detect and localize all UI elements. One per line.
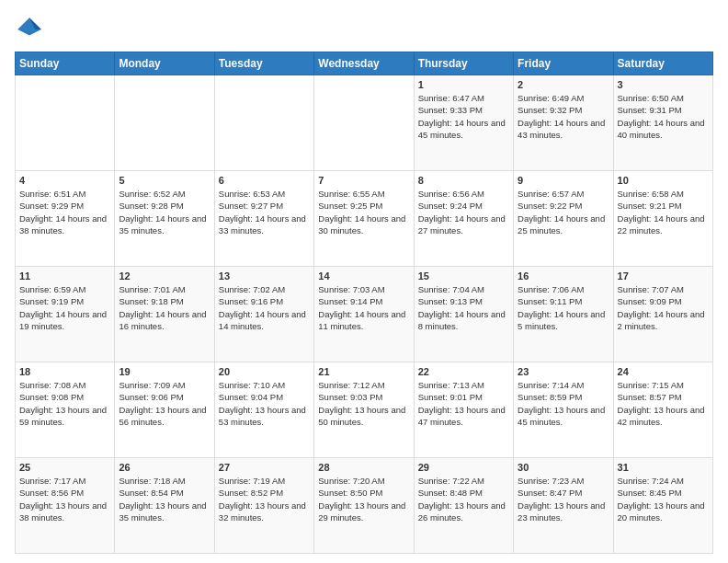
calendar-cell: 20Sunrise: 7:10 AM Sunset: 9:04 PM Dayli… bbox=[214, 362, 313, 458]
day-number: 23 bbox=[518, 366, 609, 377]
calendar-cell: 13Sunrise: 7:02 AM Sunset: 9:16 PM Dayli… bbox=[214, 267, 313, 362]
day-info: Sunrise: 6:47 AM Sunset: 9:33 PM Dayligh… bbox=[418, 92, 509, 141]
day-number: 6 bbox=[219, 175, 310, 186]
logo-icon bbox=[15, 15, 44, 44]
calendar-cell: 24Sunrise: 7:15 AM Sunset: 8:57 PM Dayli… bbox=[613, 362, 712, 458]
day-number: 14 bbox=[318, 270, 409, 282]
header-row: SundayMondayTuesdayWednesdayThursdayFrid… bbox=[16, 52, 713, 75]
day-info: Sunrise: 7:08 AM Sunset: 9:08 PM Dayligh… bbox=[19, 379, 110, 428]
header-day: Sunday bbox=[16, 52, 115, 75]
calendar-week: 18Sunrise: 7:08 AM Sunset: 9:08 PM Dayli… bbox=[16, 362, 713, 458]
day-number: 17 bbox=[618, 270, 709, 282]
calendar-cell: 10Sunrise: 6:58 AM Sunset: 9:21 PM Dayli… bbox=[613, 171, 712, 267]
header-day: Wednesday bbox=[314, 52, 414, 75]
day-number: 5 bbox=[119, 175, 210, 186]
calendar-cell: 5Sunrise: 6:52 AM Sunset: 9:28 PM Daylig… bbox=[115, 171, 214, 267]
day-number: 21 bbox=[318, 366, 409, 377]
day-number: 20 bbox=[219, 366, 310, 377]
calendar-cell: 23Sunrise: 7:14 AM Sunset: 8:59 PM Dayli… bbox=[514, 362, 613, 458]
day-number: 13 bbox=[219, 270, 310, 282]
header-day: Tuesday bbox=[214, 52, 313, 75]
day-number: 7 bbox=[318, 175, 409, 186]
calendar-cell: 7Sunrise: 6:55 AM Sunset: 9:25 PM Daylig… bbox=[314, 171, 414, 267]
calendar: SundayMondayTuesdayWednesdayThursdayFrid… bbox=[15, 52, 713, 554]
calendar-cell bbox=[314, 75, 414, 171]
calendar-cell: 18Sunrise: 7:08 AM Sunset: 9:08 PM Dayli… bbox=[16, 362, 115, 458]
day-info: Sunrise: 7:19 AM Sunset: 8:52 PM Dayligh… bbox=[219, 475, 310, 523]
day-info: Sunrise: 7:23 AM Sunset: 8:47 PM Dayligh… bbox=[518, 475, 609, 523]
calendar-week: 11Sunrise: 6:59 AM Sunset: 9:19 PM Dayli… bbox=[16, 267, 713, 362]
day-number: 10 bbox=[618, 175, 709, 186]
calendar-cell: 9Sunrise: 6:57 AM Sunset: 9:22 PM Daylig… bbox=[514, 171, 613, 267]
day-info: Sunrise: 7:12 AM Sunset: 9:03 PM Dayligh… bbox=[318, 379, 409, 428]
calendar-table: SundayMondayTuesdayWednesdayThursdayFrid… bbox=[15, 52, 713, 554]
calendar-cell bbox=[16, 75, 115, 171]
day-info: Sunrise: 6:59 AM Sunset: 9:19 PM Dayligh… bbox=[19, 283, 110, 332]
header bbox=[15, 15, 713, 44]
day-info: Sunrise: 7:06 AM Sunset: 9:11 PM Dayligh… bbox=[518, 283, 609, 332]
header-day: Saturday bbox=[613, 52, 712, 75]
day-number: 31 bbox=[618, 462, 709, 473]
day-info: Sunrise: 7:07 AM Sunset: 9:09 PM Dayligh… bbox=[618, 283, 709, 332]
calendar-week: 25Sunrise: 7:17 AM Sunset: 8:56 PM Dayli… bbox=[16, 458, 713, 554]
calendar-week: 1Sunrise: 6:47 AM Sunset: 9:33 PM Daylig… bbox=[16, 75, 713, 171]
calendar-cell: 4Sunrise: 6:51 AM Sunset: 9:29 PM Daylig… bbox=[16, 171, 115, 267]
day-number: 29 bbox=[418, 462, 509, 473]
day-info: Sunrise: 6:57 AM Sunset: 9:22 PM Dayligh… bbox=[518, 188, 609, 236]
day-info: Sunrise: 7:18 AM Sunset: 8:54 PM Dayligh… bbox=[119, 475, 210, 523]
day-info: Sunrise: 6:52 AM Sunset: 9:28 PM Dayligh… bbox=[119, 188, 210, 236]
calendar-cell: 29Sunrise: 7:22 AM Sunset: 8:48 PM Dayli… bbox=[414, 458, 513, 554]
day-info: Sunrise: 7:04 AM Sunset: 9:13 PM Dayligh… bbox=[418, 283, 509, 332]
calendar-cell: 27Sunrise: 7:19 AM Sunset: 8:52 PM Dayli… bbox=[214, 458, 313, 554]
calendar-cell: 11Sunrise: 6:59 AM Sunset: 9:19 PM Dayli… bbox=[16, 267, 115, 362]
calendar-cell: 22Sunrise: 7:13 AM Sunset: 9:01 PM Dayli… bbox=[414, 362, 513, 458]
day-number: 30 bbox=[518, 462, 609, 473]
day-number: 4 bbox=[19, 175, 110, 186]
calendar-cell bbox=[115, 75, 214, 171]
calendar-cell: 15Sunrise: 7:04 AM Sunset: 9:13 PM Dayli… bbox=[414, 267, 513, 362]
page: SundayMondayTuesdayWednesdayThursdayFrid… bbox=[0, 0, 728, 563]
calendar-week: 4Sunrise: 6:51 AM Sunset: 9:29 PM Daylig… bbox=[16, 171, 713, 267]
day-info: Sunrise: 7:20 AM Sunset: 8:50 PM Dayligh… bbox=[318, 475, 409, 523]
day-number: 24 bbox=[618, 366, 709, 377]
day-info: Sunrise: 7:01 AM Sunset: 9:18 PM Dayligh… bbox=[119, 283, 210, 332]
calendar-cell: 3Sunrise: 6:50 AM Sunset: 9:31 PM Daylig… bbox=[613, 75, 712, 171]
day-info: Sunrise: 7:17 AM Sunset: 8:56 PM Dayligh… bbox=[19, 475, 110, 523]
day-info: Sunrise: 7:15 AM Sunset: 8:57 PM Dayligh… bbox=[618, 379, 709, 428]
calendar-cell: 28Sunrise: 7:20 AM Sunset: 8:50 PM Dayli… bbox=[314, 458, 414, 554]
day-number: 27 bbox=[219, 462, 310, 473]
calendar-cell: 12Sunrise: 7:01 AM Sunset: 9:18 PM Dayli… bbox=[115, 267, 214, 362]
day-number: 1 bbox=[418, 79, 509, 90]
calendar-cell: 25Sunrise: 7:17 AM Sunset: 8:56 PM Dayli… bbox=[16, 458, 115, 554]
day-info: Sunrise: 6:51 AM Sunset: 9:29 PM Dayligh… bbox=[19, 188, 110, 236]
calendar-cell: 2Sunrise: 6:49 AM Sunset: 9:32 PM Daylig… bbox=[514, 75, 613, 171]
day-number: 28 bbox=[318, 462, 409, 473]
day-info: Sunrise: 6:58 AM Sunset: 9:21 PM Dayligh… bbox=[618, 188, 709, 236]
calendar-body: 1Sunrise: 6:47 AM Sunset: 9:33 PM Daylig… bbox=[16, 75, 713, 554]
calendar-cell: 8Sunrise: 6:56 AM Sunset: 9:24 PM Daylig… bbox=[414, 171, 513, 267]
day-number: 16 bbox=[518, 270, 609, 282]
calendar-cell: 17Sunrise: 7:07 AM Sunset: 9:09 PM Dayli… bbox=[613, 267, 712, 362]
header-day: Friday bbox=[514, 52, 613, 75]
header-day: Monday bbox=[115, 52, 214, 75]
day-number: 11 bbox=[19, 270, 110, 282]
calendar-cell bbox=[214, 75, 313, 171]
day-number: 2 bbox=[518, 79, 609, 90]
day-info: Sunrise: 6:49 AM Sunset: 9:32 PM Dayligh… bbox=[518, 92, 609, 141]
day-info: Sunrise: 7:02 AM Sunset: 9:16 PM Dayligh… bbox=[219, 283, 310, 332]
day-info: Sunrise: 7:22 AM Sunset: 8:48 PM Dayligh… bbox=[418, 475, 509, 523]
logo bbox=[15, 15, 48, 44]
day-info: Sunrise: 6:56 AM Sunset: 9:24 PM Dayligh… bbox=[418, 188, 509, 236]
day-info: Sunrise: 7:10 AM Sunset: 9:04 PM Dayligh… bbox=[219, 379, 310, 428]
day-number: 25 bbox=[19, 462, 110, 473]
calendar-cell: 31Sunrise: 7:24 AM Sunset: 8:45 PM Dayli… bbox=[613, 458, 712, 554]
day-info: Sunrise: 7:14 AM Sunset: 8:59 PM Dayligh… bbox=[518, 379, 609, 428]
day-info: Sunrise: 6:55 AM Sunset: 9:25 PM Dayligh… bbox=[318, 188, 409, 236]
calendar-cell: 30Sunrise: 7:23 AM Sunset: 8:47 PM Dayli… bbox=[514, 458, 613, 554]
day-number: 3 bbox=[618, 79, 709, 90]
day-info: Sunrise: 7:13 AM Sunset: 9:01 PM Dayligh… bbox=[418, 379, 509, 428]
calendar-cell: 6Sunrise: 6:53 AM Sunset: 9:27 PM Daylig… bbox=[214, 171, 313, 267]
calendar-cell: 26Sunrise: 7:18 AM Sunset: 8:54 PM Dayli… bbox=[115, 458, 214, 554]
day-number: 12 bbox=[119, 270, 210, 282]
calendar-cell: 19Sunrise: 7:09 AM Sunset: 9:06 PM Dayli… bbox=[115, 362, 214, 458]
